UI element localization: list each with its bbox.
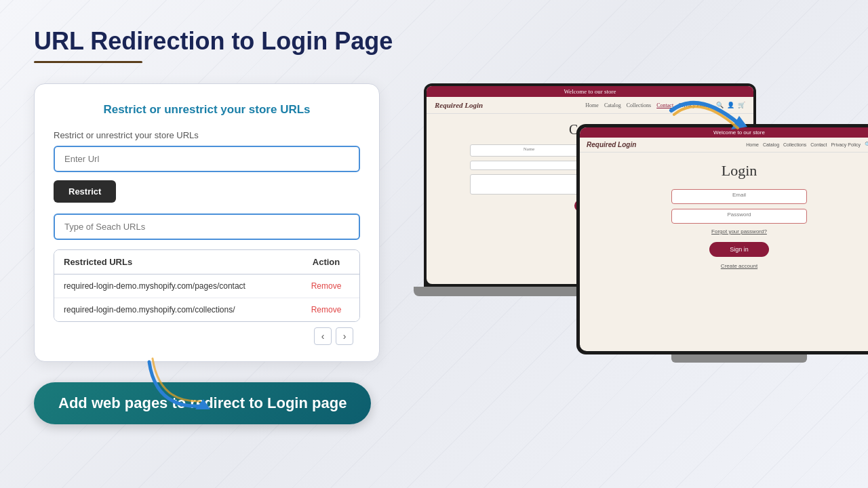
login-nav-catalog: Catalog	[763, 142, 779, 147]
right-panel: Welcome to our store Required Login Home…	[407, 83, 834, 422]
store-logo-back: Required Login	[435, 101, 580, 109]
login-search-icon: 🔍	[865, 142, 868, 148]
nav-catalog: Catalog	[604, 102, 621, 108]
forgot-password-link[interactable]: Forgot your password?	[711, 228, 767, 235]
nav-collections: Collections	[627, 102, 651, 108]
urls-table: Restricted URLs Action required-login-de…	[54, 249, 360, 322]
table-row: required-login-demo.myshopify.com/pages/…	[54, 274, 359, 298]
remove-button-1[interactable]: Remove	[302, 281, 350, 291]
nav-home: Home	[585, 102, 599, 108]
remove-button-2[interactable]: Remove	[302, 305, 350, 314]
field-label: Restrict or unrestrict your store URLs	[54, 130, 360, 140]
arrow-area: Add web pages to redirect to Login page	[34, 362, 380, 436]
title-underline	[34, 61, 142, 63]
prev-page-button[interactable]: ‹	[314, 327, 332, 345]
between-arrow-icon	[665, 90, 753, 165]
signin-button[interactable]: Sign in	[709, 242, 769, 257]
login-form: Email Password Forgot your password? Sig…	[600, 189, 868, 269]
login-email-field: Email	[671, 189, 807, 204]
table-header: Restricted URLs Action	[54, 250, 359, 274]
next-page-button[interactable]: ›	[336, 327, 353, 345]
card-title: Restrict or unrestrict your store URLs	[54, 103, 360, 117]
login-nav-contact: Contact	[810, 142, 827, 147]
create-account-link[interactable]: Create account	[721, 263, 757, 269]
row-url-1: required-login-demo.myshopify.com/pages/…	[64, 281, 302, 291]
content-wrapper: URL Redirection to Login Page Restrict o…	[0, 0, 868, 488]
col-header-url: Restricted URLs	[64, 257, 302, 267]
login-nav-collections: Collections	[783, 142, 806, 147]
login-nav-links: Home Catalog Collections Contact Privacy…	[746, 142, 861, 147]
login-nav-privacy: Privacy Policy	[831, 142, 861, 147]
main-layout: Restrict or unrestrict your store URLs R…	[34, 83, 834, 436]
url-input[interactable]	[54, 146, 360, 172]
search-input[interactable]	[54, 214, 360, 240]
login-nav-icons: 🔍 👤 🛒	[865, 142, 868, 148]
col-header-action: Action	[302, 257, 350, 267]
left-panel: Restrict or unrestrict your store URLs R…	[34, 83, 380, 436]
name-field: Name	[470, 144, 588, 157]
table-pagination: ‹ ›	[54, 322, 360, 348]
page-title: URL Redirection to Login Page	[34, 27, 834, 56]
url-card: Restrict or unrestrict your store URLs R…	[34, 83, 380, 362]
login-content: Login Email Password Forgot your passwor…	[580, 152, 868, 279]
blue-arrow-icon	[142, 355, 224, 423]
row-url-2: required-login-demo.myshopify.com/collec…	[64, 305, 302, 314]
restrict-button[interactable]: Restrict	[54, 180, 116, 203]
tablet-base	[671, 354, 807, 363]
table-row: required-login-demo.myshopify.com/collec…	[54, 298, 359, 321]
login-password-field: Password	[671, 209, 807, 224]
